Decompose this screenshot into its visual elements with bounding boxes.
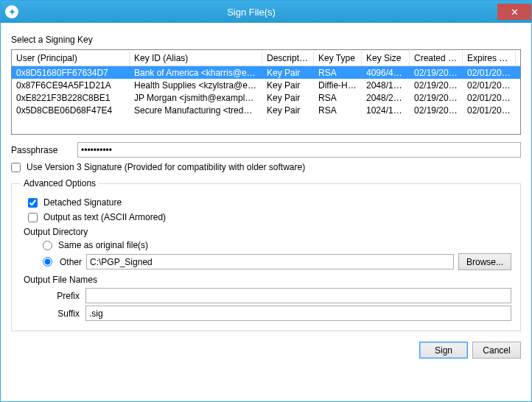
col-type[interactable]: Key Type — [314, 51, 362, 66]
other-dir-label[interactable]: Other — [60, 257, 82, 267]
v3sig-label[interactable]: Use Version 3 Signature (Provided for co… — [27, 162, 305, 172]
key-table[interactable]: User (Principal) Key ID (Alias) Descript… — [11, 49, 521, 135]
detached-row: Detached Signature — [28, 197, 511, 208]
cell: RSA — [314, 105, 362, 116]
table-row[interactable]: 0x5D8CBE06D68F47E4Secure Manufacturing <… — [12, 104, 520, 116]
output-names-title: Output File Names — [24, 275, 511, 285]
advanced-legend: Advanced Options — [21, 178, 99, 188]
cell: Key Pair — [262, 67, 314, 79]
prefix-input[interactable] — [85, 288, 511, 303]
cell: 0x8D51680FF67634D7 — [12, 67, 130, 79]
cancel-button[interactable]: Cancel — [472, 342, 521, 359]
col-expires[interactable]: Expires On — [463, 51, 516, 66]
cell: 02/01/2015 … — [463, 67, 516, 79]
table-row[interactable]: 0xE8221F3B228C8BE1JP Morgan <jsmith@exam… — [12, 91, 520, 104]
table-row[interactable]: 0x8D51680FF67634D7Bank of America <kharr… — [12, 66, 520, 79]
table-row[interactable]: 0x87F6CE94A5F1D21AHealth Supplies <kzyls… — [12, 79, 520, 91]
advanced-fieldset: Advanced Options Detached Signature Outp… — [11, 178, 521, 331]
suffix-row: Suffix — [43, 306, 511, 321]
content-area: Select a Signing Key User (Principal) Ke… — [1, 23, 531, 367]
cell: Key Pair — [262, 105, 314, 116]
output-directory-title: Output Directory — [24, 227, 511, 237]
suffix-label: Suffix — [43, 308, 80, 319]
close-button[interactable]: ✕ — [497, 4, 531, 20]
detached-label[interactable]: Detached Signature — [43, 197, 122, 208]
cell: 02/01/2015 … — [463, 80, 516, 91]
col-created[interactable]: Created On — [410, 51, 463, 66]
cell: Health Supplies <kzylstra@exa… — [130, 80, 262, 91]
cell: 02/19/2013 … — [410, 92, 463, 104]
window-title: Sign File(s) — [5, 7, 497, 18]
cell: 2048/2048 — [362, 92, 410, 104]
prefix-label: Prefix — [43, 291, 80, 301]
cell: 4096/4096 — [362, 67, 410, 79]
cell: Key Pair — [262, 92, 314, 104]
sign-button[interactable]: Sign — [419, 342, 468, 359]
col-size[interactable]: Key Size — [362, 51, 410, 66]
cell: Key Pair — [262, 80, 314, 91]
col-keyid[interactable]: Key ID (Alias) — [130, 51, 262, 66]
prefix-row: Prefix — [43, 288, 511, 303]
output-names-group: Output File Names Prefix Suffix — [21, 275, 511, 321]
passphrase-input[interactable] — [77, 142, 521, 158]
cell: 2048/1024 — [362, 80, 410, 91]
cell: 0x5D8CBE06D68F47E4 — [12, 105, 130, 116]
button-bar: Sign Cancel — [11, 342, 521, 359]
passphrase-label: Passphrase — [11, 145, 77, 155]
titlebar: ✦ Sign File(s) ✕ — [1, 1, 531, 23]
v3sig-checkbox[interactable] — [11, 163, 21, 172]
other-dir-radio[interactable] — [43, 257, 52, 267]
cell: 02/19/2013 … — [410, 67, 463, 79]
passphrase-row: Passphrase — [11, 142, 521, 158]
cell: 1024/1024 — [362, 105, 410, 116]
cell: 0x87F6CE94A5F1D21A — [12, 80, 130, 91]
select-key-label: Select a Signing Key — [11, 35, 521, 45]
cell: Diffie-Hell… — [314, 80, 362, 91]
cell: RSA — [314, 67, 362, 79]
same-dir-row: Same as original file(s) — [43, 240, 511, 250]
cell: Bank of America <kharris@examp… — [130, 67, 262, 79]
suffix-input[interactable] — [85, 306, 511, 321]
cell: 0xE8221F3B228C8BE1 — [12, 92, 130, 104]
output-directory-group: Output Directory Same as original file(s… — [21, 227, 511, 270]
cell: RSA — [314, 92, 362, 104]
cell: 02/01/2015 … — [463, 92, 516, 104]
other-dir-row: Other Browse... — [43, 253, 511, 270]
detached-checkbox[interactable] — [28, 198, 38, 208]
key-table-header[interactable]: User (Principal) Key ID (Alias) Descript… — [12, 50, 520, 66]
col-desc[interactable]: Description — [262, 51, 314, 66]
cell: 02/01/2015 … — [463, 105, 516, 116]
same-dir-radio[interactable] — [43, 241, 52, 250]
key-table-body: 0x8D51680FF67634D7Bank of America <kharr… — [12, 66, 520, 116]
cell: 02/19/2013 … — [410, 80, 463, 91]
col-user[interactable]: User (Principal) — [12, 51, 130, 66]
cell: 02/19/2013 … — [410, 105, 463, 116]
ascii-row: Output as text (ASCII Armored) — [28, 212, 511, 222]
browse-button[interactable]: Browse... — [458, 253, 511, 270]
v3sig-row: Use Version 3 Signature (Provided for co… — [11, 162, 521, 172]
cell: JP Morgan <jsmith@example.com> — [130, 92, 262, 104]
ascii-label[interactable]: Output as text (ASCII Armored) — [43, 212, 166, 222]
cell: Secure Manufacturing <tredmon… — [130, 105, 262, 116]
same-dir-label[interactable]: Same as original file(s) — [58, 240, 148, 250]
other-dir-input[interactable] — [86, 254, 454, 269]
ascii-checkbox[interactable] — [28, 213, 38, 222]
